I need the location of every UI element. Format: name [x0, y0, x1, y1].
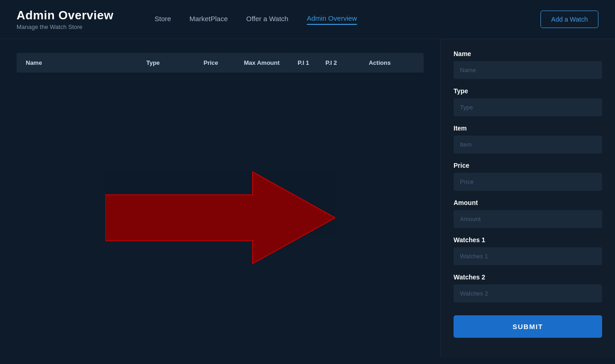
- nav-item-offer[interactable]: Offer a Watch: [246, 15, 288, 24]
- form-group-amount: Amount: [454, 199, 602, 228]
- table-col-actions: Actions: [345, 59, 414, 66]
- form-input-watches1[interactable]: [454, 247, 602, 265]
- form-label-name: Name: [454, 50, 602, 57]
- form-label-watches2: Watches 2: [454, 273, 602, 281]
- form-label-price: Price: [454, 162, 602, 169]
- form-label-item: Item: [454, 125, 602, 132]
- arrow-indicator: [105, 167, 335, 270]
- form-group-name: Name: [454, 50, 602, 79]
- nav-item-admin[interactable]: Admin Overview: [307, 14, 357, 25]
- brand: Admin Overview Manage the Watch Store: [17, 8, 136, 30]
- brand-title: Admin Overview: [17, 8, 136, 23]
- table-col-pi2: P.I 2: [317, 59, 345, 66]
- table-col-price: Price: [188, 59, 234, 66]
- form-group-type: Type: [454, 87, 602, 116]
- form-label-amount: Amount: [454, 199, 602, 206]
- form-group-watches1: Watches 1: [454, 236, 602, 265]
- table-col-name: Name: [26, 59, 118, 66]
- nav-item-store[interactable]: Store: [155, 15, 171, 24]
- form-group-watches2: Watches 2: [454, 273, 602, 302]
- left-panel: NameTypePriceMax AmountP.I 1P.I 2Actions: [0, 39, 440, 357]
- add-watch-button[interactable]: Add a Watch: [540, 11, 598, 28]
- form-input-item[interactable]: [454, 136, 602, 154]
- form-label-watches1: Watches 1: [454, 236, 602, 244]
- form-input-name[interactable]: [454, 61, 602, 79]
- table-header: NameTypePriceMax AmountP.I 1P.I 2Actions: [17, 53, 424, 73]
- form-group-item: Item: [454, 125, 602, 154]
- nav-item-marketplace[interactable]: MarketPlace: [190, 15, 228, 24]
- table-col-type: Type: [118, 59, 188, 66]
- main-content: NameTypePriceMax AmountP.I 1P.I 2Actions…: [0, 39, 615, 357]
- submit-button[interactable]: SUBMIT: [454, 315, 602, 338]
- form-input-type[interactable]: [454, 98, 602, 116]
- header-right: Add a Watch: [540, 11, 598, 28]
- form-input-price[interactable]: [454, 173, 602, 191]
- table-container: NameTypePriceMax AmountP.I 1P.I 2Actions: [17, 53, 424, 73]
- right-panel: NameTypeItemPriceAmountWatches 1Watches …: [440, 39, 615, 357]
- form-input-amount[interactable]: [454, 210, 602, 228]
- form-group-price: Price: [454, 162, 602, 191]
- main-nav: StoreMarketPlaceOffer a WatchAdmin Overv…: [155, 14, 357, 25]
- form-input-watches2[interactable]: [454, 284, 602, 302]
- svg-marker-0: [105, 172, 335, 264]
- header: Admin Overview Manage the Watch Store St…: [0, 0, 615, 39]
- brand-subtitle: Manage the Watch Store: [17, 23, 136, 30]
- form-label-type: Type: [454, 87, 602, 95]
- table-col-pi1: P.I 1: [289, 59, 317, 66]
- table-col-max_amount: Max Amount: [234, 59, 290, 66]
